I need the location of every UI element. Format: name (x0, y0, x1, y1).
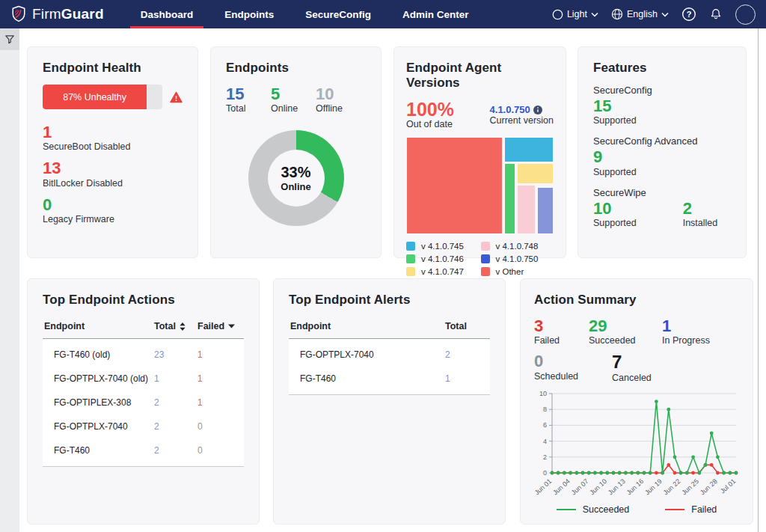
legend-item-v-4-1-0-750: v 4.1.0.750 (481, 254, 554, 263)
endpoint-name-cell: FG-OPTPLX-7040 (290, 349, 445, 360)
health-stat-bitllocker-disabled: 13BitlLocker Disabled (43, 159, 183, 188)
nav-tab-dashboard[interactable]: Dashboard (125, 0, 209, 28)
failed-cell: 1 (197, 397, 242, 408)
filter-button[interactable] (0, 28, 19, 50)
action-summary-card: Action Summary 3Failed29Succeeded1In Pro… (520, 278, 753, 525)
stat-value: 1 (43, 123, 183, 141)
card-title: Action Summary (534, 293, 739, 308)
table-row[interactable]: FG-T4601 (289, 367, 490, 391)
table-row[interactable]: FG-OPTPLX-70402 (289, 343, 490, 367)
column-header-total: Total (445, 321, 488, 331)
total-cell: 2 (154, 421, 197, 432)
nav-tab-endpoints[interactable]: Endpoints (209, 0, 289, 28)
card-title: Top Endpoint Alerts (289, 293, 490, 308)
svg-text:Jun 16: Jun 16 (625, 477, 646, 497)
language-selector[interactable]: English (611, 8, 669, 20)
top-endpoint-alerts-table: EndpointTotalFG-OPTPLX-70402FG-T4601 (289, 317, 490, 395)
legend-item-v-4-1-0-747: v 4.1.0.747 (406, 267, 479, 276)
funnel-icon (4, 34, 15, 45)
user-avatar[interactable] (735, 4, 756, 25)
theme-label: Light (567, 9, 587, 19)
svg-text:Jun 28: Jun 28 (699, 477, 719, 497)
card-title: Top Endpoint Actions (43, 293, 244, 308)
total-cell: 2 (154, 397, 197, 408)
svg-text:Jun 19: Jun 19 (643, 477, 664, 497)
top-endpoint-actions-card: Top Endpoint Actions EndpointTotalFailed… (27, 278, 260, 525)
brand-name: FirmGuard (32, 6, 104, 22)
help-button[interactable]: ? (681, 7, 696, 22)
nav-tabs: DashboardEndpointsSecureConfigAdmin Cent… (125, 0, 485, 28)
top-endpoint-alerts-card: Top Endpoint Alerts EndpointTotalFG-OPTP… (273, 278, 506, 525)
sort-down-icon (228, 324, 235, 328)
current-version-value: 4.1.0.750 (490, 104, 530, 115)
current-version-stat: 4.1.0.750 Current version (490, 100, 554, 126)
chart-legend-item-failed: Failed (665, 504, 717, 515)
summary-stat-canceled: 7Canceled (612, 352, 652, 383)
column-header-failed[interactable]: Failed (197, 321, 242, 331)
svg-text:0: 0 (543, 469, 547, 477)
endpoint-name-cell: FG-OPTPLX-7040 (44, 421, 154, 432)
stat-label: Legacy Firmware (43, 214, 183, 224)
navbar-right-controls: Light English ? (552, 4, 756, 25)
legend-swatch (406, 254, 415, 263)
column-header-total[interactable]: Total (154, 321, 197, 331)
feature-name: SecureWipe (593, 187, 731, 198)
table-row[interactable]: FG-OPTPLX-7040 (old)11 (43, 367, 244, 391)
theme-selector[interactable]: Light (552, 9, 598, 20)
info-circle-icon[interactable] (533, 106, 542, 114)
table-row[interactable]: FG-OPTPLX-704020 (43, 415, 244, 438)
top-endpoint-actions-table: EndpointTotalFailedFG-T460 (old)231FG-OP… (43, 317, 244, 467)
legend-swatch (481, 242, 490, 251)
stat-value: 29 (589, 317, 662, 335)
stat-value: 10 (593, 199, 637, 218)
endpoints-card: Endpoints 15Total5Online10Offline 33% On… (210, 46, 382, 258)
legend-label: v 4.1.0.747 (421, 267, 464, 276)
treemap-block-v-4-1-0-750 (537, 187, 554, 234)
nav-tab-admin-center[interactable]: Admin Center (387, 0, 485, 28)
legend-label: v 4.1.0.748 (496, 242, 539, 251)
failed-line-swatch (665, 509, 684, 510)
total-cell: 2 (154, 445, 197, 456)
top-navbar: FirmGuard DashboardEndpointsSecureConfig… (0, 0, 766, 28)
card-title: Endpoint Agent Versions (406, 61, 554, 91)
stat-value: 2 (683, 199, 718, 218)
endpoint-name-cell: FG-OPTPLX-7040 (old) (44, 373, 154, 384)
health-stat-secureboot-disabled: 1SecureBoot Disabled (43, 123, 183, 152)
question-circle-icon: ? (681, 7, 696, 22)
scrollbar-track[interactable] (758, 28, 766, 532)
notifications-button[interactable] (709, 7, 723, 21)
table-row[interactable]: FG-T46020 (43, 438, 244, 462)
stat-label: Installed (683, 218, 718, 228)
globe-icon (611, 8, 623, 20)
stat-label: SecureBoot Disabled (43, 141, 183, 152)
action-summary-stats-row1: 3Failed29Succeeded1In Progress (534, 317, 739, 346)
table-row[interactable]: FG-T460 (old)231 (43, 343, 244, 367)
nav-tab-secureconfig[interactable]: SecureConfig (289, 0, 387, 28)
health-stats-list: 1SecureBoot Disabled13BitlLocker Disable… (43, 123, 183, 224)
feature-secureconfig: SecureConfig15Supported (593, 85, 731, 126)
agent-versions-card: Endpoint Agent Versions 100% Out of date… (393, 46, 566, 258)
firmguard-shield-icon (10, 5, 27, 23)
donut-center-label: Online (281, 181, 310, 192)
total-cell: 1 (445, 373, 488, 384)
svg-text:Jun 13: Jun 13 (607, 477, 627, 497)
failed-cell: 0 (197, 445, 242, 456)
unhealthy-progress-fill: 87% Unhealthy (43, 85, 147, 109)
feature-stat-supported: 10Supported (593, 199, 637, 228)
action-summary-stats-row2: 0Scheduled7Canceled (534, 352, 739, 383)
features-card: Features SecureConfig15SupportedSecureCo… (577, 46, 747, 258)
svg-text:6: 6 (543, 421, 547, 429)
endpoints-stat-offline: 10Offline (316, 85, 349, 114)
legend-label: v 4.1.0.746 (421, 254, 464, 263)
out-of-date-stat: 100% Out of date (406, 100, 454, 129)
stat-label: BitlLocker Disabled (43, 178, 183, 189)
stat-label: Online (271, 103, 304, 114)
endpoint-health-card: Endpoint Health 87% Unhealthy 1SecureBoo… (27, 46, 198, 258)
legend-item-v-other: v Other (481, 267, 554, 276)
brand-logo[interactable]: FirmGuard (10, 5, 104, 23)
summary-stat-in-progress: 1In Progress (662, 317, 739, 346)
svg-text:Jun 07: Jun 07 (570, 477, 590, 497)
table-row[interactable]: FG-OPTIPLEX-30821 (43, 391, 244, 415)
features-list: SecureConfig15SupportedSecureConfig Adva… (593, 85, 731, 228)
failed-cell: 0 (197, 421, 242, 432)
